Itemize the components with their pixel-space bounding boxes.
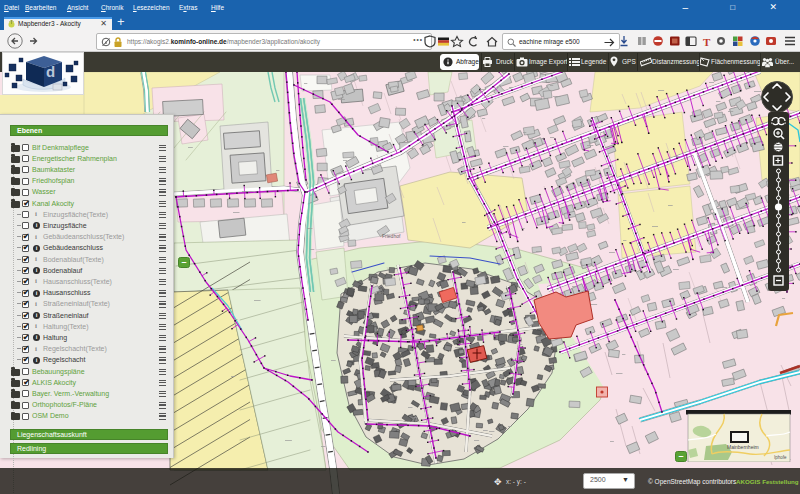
svg-text:T: T	[703, 36, 711, 48]
svg-text:Iphofe: Iphofe	[774, 455, 787, 460]
svg-text:Friedhof: Friedhof	[382, 233, 401, 239]
svg-text:d: d	[46, 63, 55, 80]
svg-text:Mainbernheim: Mainbernheim	[727, 444, 759, 450]
